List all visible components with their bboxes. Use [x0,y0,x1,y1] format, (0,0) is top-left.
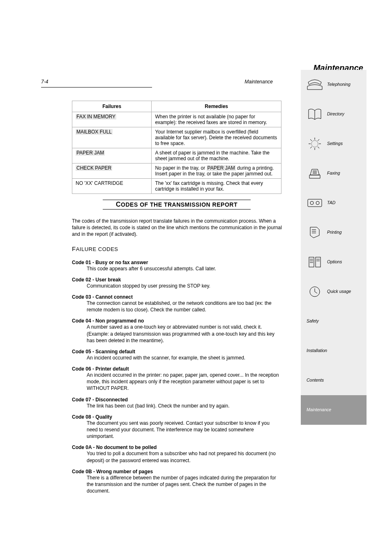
sidebar-item-label: TAD [327,200,335,205]
code-item: Code 0A - No document to be polled You t… [72,444,281,463]
sidebar-item-label: Settings [327,141,343,146]
remedy-cell: A sheet of paper is jammed in the machin… [152,148,281,164]
printer-icon [307,224,323,241]
code-text: key. [200,283,210,289]
code-description: The connection cannot be established, or… [87,300,281,313]
sidebar-item-label: Safety [307,319,319,324]
code-label: Code 0B - Wrong number of pages [72,469,281,474]
remedy-inline-shaded: PAPER JAM [207,165,236,171]
failure-cell: MAILBOX FULL [76,129,113,135]
code-label: Code 04 - Non programmed no [72,318,281,324]
sidebar-item-label: Options [327,260,342,265]
tape-icon [307,195,323,211]
failure-codes-heading: FAILURE CODES [72,245,281,252]
svg-rect-19 [316,257,321,267]
failures-table: Failures Remedies FAX IN MEMORY When the… [72,101,281,194]
code-label: Code 07 - Disconnected [72,397,281,403]
code-item: Code 02 - User break Communication stopp… [72,277,281,289]
page-number: 7-4 [41,79,48,85]
sidebar-item-installation[interactable]: Installation [301,336,367,366]
sidebar-item-label: Telephoning [327,82,350,87]
failure-cell: FAX IN MEMORY [76,114,116,120]
sidebar-item-tad[interactable]: TAD [301,188,367,218]
svg-rect-18 [309,257,314,267]
sidebar: Telephoning Directory Settings Faxing TA… [301,70,367,425]
svg-line-8 [318,139,319,141]
column-header-remedies: Remedies [152,101,281,112]
main-content: Failures Remedies FAX IN MEMORY When the… [72,101,281,499]
svg-line-5 [310,139,312,141]
sidebar-item-label: Contents [307,378,324,383]
sun-icon [307,136,323,152]
svg-point-14 [316,201,319,205]
code-description: You tried to poll a document from a subs… [87,450,281,463]
code-label: Code 03 - Cannot connect [72,294,281,300]
code-item: Code 05 - Scanning default An incident o… [72,349,281,361]
code-description: A number saved as a one-touch key or abb… [87,324,281,344]
svg-point-0 [311,140,318,147]
code-item: Code 0B - Wrong number of pages There is… [72,469,281,495]
code-label: Code 0A - No document to be polled [72,444,281,450]
code-label: Code 01 - Busy or no fax answer [72,260,281,265]
svg-line-7 [310,147,312,148]
code-key: STOP [187,283,200,289]
code-label: Code 02 - User break [72,277,281,283]
code-item: Code 08 - Quality The document you sent … [72,414,281,440]
header-divider [41,87,152,88]
table-row: CHECK PAPER No paper in the tray, or PAP… [72,164,281,179]
code-item: Code 06 - Printer default An incident oc… [72,366,281,392]
list-icon [307,254,323,270]
sidebar-item-label: Faxing [327,171,340,176]
code-label: Code 08 - Quality [72,414,281,420]
code-description: An incident occurred with the scanner, f… [87,355,281,361]
code-item: Code 04 - Non programmed no A number sav… [72,318,281,344]
phone-icon [307,76,323,93]
code-item: Code 07 - Disconnected The link has been… [72,397,281,409]
code-description: This code appears after 6 unsuccessful a… [87,265,281,272]
sidebar-item-settings[interactable]: Settings [301,129,367,159]
book-icon [307,106,323,122]
code-description: Communication stopped by user pressing t… [87,283,281,289]
remedy-cell: The 'xx' fax cartridge is missing. Check… [152,179,281,194]
sidebar-item-maintenance[interactable]: Maintenance [301,395,367,425]
sidebar-item-safety[interactable]: Safety [301,306,367,336]
sidebar-item-options[interactable]: Options [301,247,367,277]
code-item: Code 03 - Cannot connect The connection … [72,294,281,313]
failure-codes-list: Code 01 - Busy or no fax answer This cod… [72,260,281,495]
column-header-failures: Failures [72,101,152,112]
failure-cell: NO 'XX' CARTRIDGE [72,179,152,194]
table-row: FAX IN MEMORY When the printer is not av… [72,112,281,127]
svg-line-27 [315,292,317,293]
sidebar-item-quick-usage[interactable]: Quick usage [301,277,367,306]
section-heading: CCODES OF THE TRANSMISSION REPORTODES OF… [103,200,251,210]
sidebar-item-telephoning[interactable]: Telephoning [301,70,367,99]
failure-cell: PAPER JAM [76,150,105,156]
clock-icon [307,283,323,300]
table-row: NO 'XX' CARTRIDGE The 'xx' fax cartridge… [72,179,281,194]
sidebar-item-label: Maintenance [307,408,331,412]
code-text: Communication stopped by user pressing t… [87,283,187,289]
intro-paragraph: The codes of the transmission report tra… [72,218,290,238]
sidebar-item-label: Quick usage [327,289,351,294]
failure-cell: CHECK PAPER [76,165,112,171]
remedy-cell: When the printer is not available (no pa… [152,112,281,127]
sidebar-item-directory[interactable]: Directory [301,99,367,129]
sidebar-item-faxing[interactable]: Faxing [301,159,367,188]
code-item: Code 01 - Busy or no fax answer This cod… [72,260,281,272]
svg-rect-12 [308,199,322,207]
sidebar-item-label: Printing [327,230,342,235]
table-row: MAILBOX FULL Your Internet supplier mail… [72,127,281,148]
code-label: Code 06 - Printer default [72,366,281,372]
fax-icon [307,165,323,182]
sidebar-item-printing[interactable]: Printing [301,218,367,247]
svg-point-13 [310,201,314,205]
code-description: There is a difference between the number… [87,474,281,495]
code-description: The link has been cut (bad link). Check … [87,403,281,409]
code-label: Code 05 - Scanning default [72,349,281,355]
remedy-cell: Your Internet supplier mailbox is overfi… [152,127,281,148]
chapter-label: Maintenance [244,79,273,85]
sidebar-item-label: Installation [307,348,327,353]
sidebar-item-contents[interactable]: Contents [301,366,367,395]
remedy-text: No paper in the tray, or [155,165,206,171]
table-row: PAPER JAM A sheet of paper is jammed in … [72,148,281,164]
